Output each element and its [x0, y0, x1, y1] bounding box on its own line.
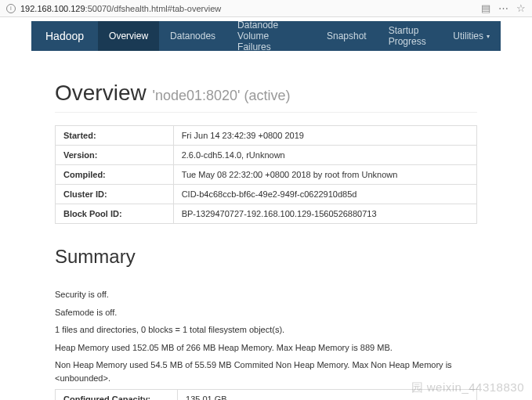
table-row: Configured Capacity:135.01 GB [56, 390, 477, 401]
page-title: Overview 'node01:8020' (active) [55, 81, 477, 113]
star-icon[interactable]: ☆ [516, 2, 526, 14]
reader-icon[interactable]: ▤ [481, 2, 490, 14]
nav-item-utilities[interactable]: Utilities▾ [442, 21, 501, 51]
row-value: BP-1329470727-192.168.100.129-1560526880… [173, 204, 476, 224]
top-navbar: Hadoop OverviewDatanodesDatanode Volume … [31, 21, 501, 51]
nav-item-datanode-volume-failures[interactable]: Datanode Volume Failures [226, 21, 316, 51]
browser-right-icons: ▤ ⋯ ☆ [481, 2, 526, 14]
summary-heading: Summary [55, 246, 477, 274]
browser-address-bar: i 192.168.100.129:50070/dfshealth.html#t… [0, 0, 532, 17]
more-icon[interactable]: ⋯ [498, 2, 508, 14]
table-row: Compiled:Tue May 08 22:32:00 +0800 2018 … [56, 165, 477, 185]
row-value: Fri Jun 14 23:42:39 +0800 2019 [173, 126, 476, 146]
chevron-down-icon: ▾ [487, 33, 490, 40]
summary-line: Security is off. [55, 288, 477, 301]
row-value: Tue May 08 22:32:00 +0800 2018 by root f… [173, 165, 476, 185]
table-row: Version:2.6.0-cdh5.14.0, rUnknown [56, 146, 477, 165]
url-text: 192.168.100.129:50070/dfshealth.html#tab… [20, 4, 481, 13]
row-value: CID-b4c68ccb-bf6c-49e2-949f-c0622910d85d [173, 185, 476, 204]
table-row: Cluster ID:CID-b4c68ccb-bf6c-49e2-949f-c… [56, 185, 477, 204]
summary-description: Security is off.Safemode is off.1 files … [55, 288, 477, 384]
url-path: :50070/dfshealth.html#tab-overview [85, 4, 222, 13]
row-value: 135.01 GB [178, 390, 477, 401]
summary-line: Non Heap Memory used 54.5 MB of 55.59 MB… [55, 359, 477, 384]
table-row: Started:Fri Jun 14 23:42:39 +0800 2019 [56, 126, 477, 146]
row-key: Version: [56, 146, 174, 165]
summary-line: Safemode is off. [55, 306, 477, 319]
row-key: Cluster ID: [56, 185, 174, 204]
overview-table: Started:Fri Jun 14 23:42:39 +0800 2019Ve… [55, 125, 477, 224]
summary-line: 1 files and directories, 0 blocks = 1 to… [55, 323, 477, 337]
nav-item-snapshot[interactable]: Snapshot [316, 21, 378, 51]
nav-item-datanodes[interactable]: Datanodes [159, 21, 226, 51]
nav-item-overview[interactable]: Overview [98, 21, 159, 51]
overview-heading: Overview [55, 81, 147, 105]
row-value: 2.6.0-cdh5.14.0, rUnknown [173, 146, 476, 165]
info-icon: i [6, 4, 16, 13]
brand[interactable]: Hadoop [31, 21, 98, 51]
row-key: Configured Capacity: [56, 390, 178, 401]
table-row: Block Pool ID:BP-1329470727-192.168.100.… [56, 204, 477, 224]
row-key: Compiled: [56, 165, 174, 185]
overview-sub: 'node01:8020' (active) [152, 88, 290, 103]
row-key: Started: [56, 126, 174, 146]
row-key: Block Pool ID: [56, 204, 174, 224]
nav-item-startup-progress[interactable]: Startup Progress [378, 21, 443, 51]
url-host: 192.168.100.129 [20, 4, 85, 13]
summary-table: Configured Capacity:135.01 GBDFS Used:72… [55, 389, 477, 400]
summary-line: Heap Memory used 152.05 MB of 266 MB Hea… [55, 341, 477, 355]
